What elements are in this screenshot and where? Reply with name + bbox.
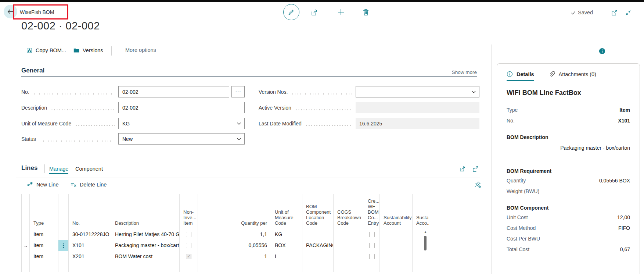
- new-button[interactable]: [337, 8, 345, 16]
- non-inventory-checkbox[interactable]: [186, 232, 191, 237]
- info-outline-icon: [507, 71, 513, 77]
- scrollbar-thumb[interactable]: [424, 236, 427, 250]
- cell-description[interactable]: Herring Filet Matjes 40-70 Gr ...: [111, 229, 180, 240]
- column-header-create-wf-bom-cost-entry[interactable]: Cre... WF BOM Co... Entry: [364, 194, 380, 229]
- cell-row-menu[interactable]: [58, 251, 69, 262]
- field-row-no: No. 02-002 ⋯: [21, 86, 245, 97]
- field-row-status: Status New: [21, 133, 245, 145]
- cell-no[interactable]: 30-01212228JO: [69, 229, 111, 240]
- cell-sustainability[interactable]: [380, 262, 413, 272]
- column-header-bom-component-location-code[interactable]: BOM Component Location Code: [302, 194, 334, 229]
- tab-component[interactable]: Component: [75, 166, 103, 172]
- column-header-sustainability-account-2[interactable]: Susta... Acco...: [413, 194, 429, 229]
- cell-sustainability[interactable]: [380, 240, 413, 251]
- column-header-sustainability-account[interactable]: Sustainability Account: [380, 194, 413, 229]
- non-inventory-checkbox[interactable]: [186, 243, 191, 248]
- cell-cogs[interactable]: [334, 262, 364, 272]
- cell-cogs[interactable]: [334, 240, 364, 251]
- column-header-cogs-breakdown-code[interactable]: COGS Breakdown Code: [334, 194, 364, 229]
- tab-manage[interactable]: Manage: [49, 166, 68, 172]
- cell-location[interactable]: [302, 262, 334, 272]
- cell-description[interactable]: [111, 262, 180, 272]
- info-button[interactable]: [599, 48, 605, 54]
- cell-quantity-per[interactable]: 1,1: [198, 229, 271, 240]
- column-header-quantity-per[interactable]: Quantity per: [198, 194, 271, 229]
- cell-quantity-per[interactable]: [198, 262, 271, 272]
- tab-details[interactable]: Details: [507, 71, 534, 77]
- cell-uom[interactable]: L: [271, 251, 302, 262]
- cell-quantity-per[interactable]: 1: [198, 251, 271, 262]
- column-header-type[interactable]: Type: [30, 194, 58, 229]
- factbox-row-no: No. X101: [507, 117, 630, 125]
- open-in-new-window-icon: [611, 9, 618, 16]
- more-options-label: More options: [125, 47, 156, 53]
- bom-description-value: Packaging master - box/carton: [560, 144, 630, 152]
- cell-type[interactable]: Item: [30, 251, 58, 262]
- cell-sustainability[interactable]: [380, 251, 413, 262]
- cell-sustainability[interactable]: [380, 229, 413, 240]
- cell-row-menu[interactable]: [58, 229, 69, 240]
- cell-description[interactable]: BOM Water cost: [111, 251, 180, 262]
- cell-type[interactable]: Item: [30, 240, 58, 251]
- cell-quantity-per[interactable]: 0,05556: [198, 240, 271, 251]
- column-header-description[interactable]: Description: [111, 194, 180, 229]
- scroll-up-arrow-icon[interactable]: ▲: [423, 230, 428, 234]
- cell-location[interactable]: [302, 251, 334, 262]
- delete-button[interactable]: [362, 8, 370, 16]
- unpin-factbox-button[interactable]: [474, 181, 481, 188]
- open-in-new-window-button[interactable]: [611, 9, 618, 16]
- cell-location[interactable]: PACKAGING: [302, 240, 334, 251]
- last-date-modified-value: 16.6.2025: [359, 121, 382, 127]
- cell-create-entry[interactable]: [364, 262, 380, 272]
- new-line-button[interactable]: New Line: [26, 181, 58, 188]
- table-vertical-scrollbar[interactable]: ▲: [423, 230, 428, 271]
- general-section-heading[interactable]: General: [21, 67, 44, 74]
- cell-non-inventory[interactable]: [180, 262, 198, 272]
- no-value[interactable]: X101: [618, 117, 630, 125]
- type-value[interactable]: Item: [619, 106, 630, 114]
- copy-bom-button[interactable]: Copy BOM...: [26, 47, 66, 54]
- lines-heading-divider: [44, 164, 45, 173]
- cell-uom[interactable]: BOX: [271, 240, 302, 251]
- cell-cogs[interactable]: [334, 229, 364, 240]
- share-button[interactable]: [310, 8, 319, 17]
- cell-uom[interactable]: KG: [271, 229, 302, 240]
- cell-cogs[interactable]: [334, 251, 364, 262]
- column-header-no[interactable]: No.: [69, 194, 111, 229]
- cell-no[interactable]: [69, 262, 111, 272]
- column-header-unit-of-measure-code[interactable]: Unit of Measure Code: [271, 194, 302, 229]
- cell-no[interactable]: X101: [69, 240, 111, 251]
- create-entry-checkbox[interactable]: [369, 254, 375, 259]
- cell-uom[interactable]: [271, 262, 302, 272]
- version-nos-select[interactable]: [356, 86, 479, 97]
- cell-no[interactable]: X201: [69, 251, 111, 262]
- collapse-window-button[interactable]: [625, 10, 632, 16]
- uom-select[interactable]: KG: [118, 118, 245, 129]
- create-entry-checkbox[interactable]: [369, 243, 375, 248]
- cell-description[interactable]: Packaging master - box/carton: [111, 240, 180, 251]
- factbox-tabs: Details Attachments (0): [507, 71, 630, 77]
- cell-type[interactable]: Item: [30, 229, 58, 240]
- lines-share-button[interactable]: [459, 165, 467, 172]
- lines-open-in-excel-button[interactable]: [472, 166, 479, 172]
- unit-cost-value: 12,00: [617, 214, 630, 221]
- delete-line-button[interactable]: Delete Line: [70, 181, 107, 188]
- versions-button[interactable]: Versions: [73, 47, 103, 54]
- row-menu-dots-icon[interactable]: ⋮: [58, 240, 68, 251]
- cell-type[interactable]: [30, 262, 58, 272]
- cell-location[interactable]: [302, 229, 334, 240]
- show-more-link[interactable]: Show more: [444, 70, 477, 75]
- more-options-button[interactable]: More options: [125, 47, 156, 53]
- tab-attachments[interactable]: Attachments (0): [549, 71, 596, 77]
- description-input[interactable]: 02-002: [118, 102, 245, 113]
- non-inventory-checkbox-checked[interactable]: ✓: [186, 254, 191, 259]
- status-select[interactable]: New: [118, 133, 245, 145]
- chevron-down-icon: [237, 122, 241, 125]
- column-header-non-inventory-item[interactable]: Non- Inve... Item: [180, 194, 198, 229]
- cell-row-menu[interactable]: [58, 262, 69, 272]
- no-input[interactable]: 02-002: [118, 86, 229, 97]
- edit-button[interactable]: [283, 4, 299, 20]
- cell-create-entry: [364, 251, 380, 262]
- create-entry-checkbox[interactable]: [369, 232, 375, 237]
- no-assist-edit-button[interactable]: ⋯: [231, 86, 245, 97]
